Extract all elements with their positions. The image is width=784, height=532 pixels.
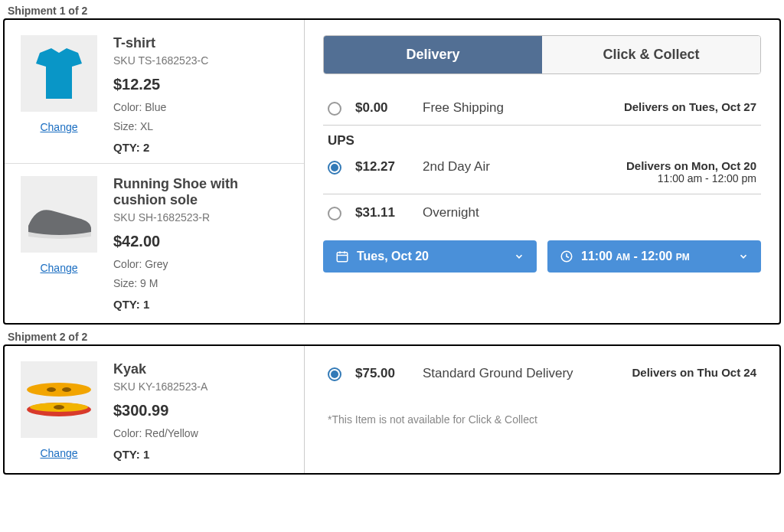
shipment-label: Shipment 1 of 2 (3, 3, 781, 18)
items-column: Change Kyak SKU KY-1682523-A $300.99 Col… (5, 346, 305, 473)
time-select[interactable]: 11:00 AM - 12:00 PM (547, 240, 761, 273)
change-link[interactable]: Change (40, 262, 77, 274)
radio-free-shipping[interactable] (328, 102, 341, 116)
tab-delivery[interactable]: Delivery (324, 36, 542, 73)
ship-price: $75.00 (355, 366, 409, 381)
chevron-down-icon (738, 251, 749, 262)
time-select-value: 11:00 AM - 12:00 PM (581, 250, 690, 263)
ship-name: 2nd Day Air (423, 159, 612, 175)
svg-rect-0 (337, 253, 348, 262)
item-row: Change Running Shoe with cushion sole SK… (5, 164, 304, 320)
item-name: T-shirt (113, 35, 289, 51)
item-size: Size: XL (113, 119, 289, 135)
delivery-tabs: Delivery Click & Collect (323, 35, 761, 74)
ups-header: UPS (323, 126, 761, 149)
svg-point-10 (54, 405, 64, 410)
item-thumbnail-kayak (21, 361, 97, 438)
item-name: Running Shoe with cushion sole (113, 176, 289, 208)
items-column: Change T-shirt SKU TS-1682523-C $12.25 C… (5, 20, 305, 323)
radio-2nd-day-air[interactable] (328, 161, 341, 175)
date-select[interactable]: Tues, Oct 20 (323, 240, 537, 273)
footnote: *This Item is not available for Click & … (323, 390, 761, 426)
ship-price: $31.11 (355, 205, 409, 220)
shipment-box-2: Change Kyak SKU KY-1682523-A $300.99 Col… (3, 344, 781, 475)
svg-point-6 (47, 387, 56, 392)
item-name: Kyak (113, 361, 289, 377)
item-color: Color: Red/Yellow (113, 426, 289, 442)
change-link[interactable]: Change (40, 447, 77, 459)
ship-date: Delivers on Thu Oct 24 (632, 366, 756, 379)
date-select-value: Tues, Oct 20 (357, 250, 429, 263)
tab-click-collect[interactable]: Click & Collect (542, 36, 760, 73)
item-sku: SKU KY-1682523-A (113, 380, 289, 393)
ship-price: $12.27 (355, 159, 409, 175)
ship-option-ground[interactable]: $75.00 Standard Ground Delivery Delivers… (323, 361, 761, 390)
radio-standard-ground[interactable] (328, 367, 341, 381)
item-qty: QTY: 2 (113, 141, 289, 154)
ship-date-line1: Delivers on Mon, Oct 20 (626, 159, 756, 172)
ship-date: Delivers on Tues, Oct 27 (624, 100, 756, 113)
item-row: Change Kyak SKU KY-1682523-A $300.99 Col… (5, 349, 304, 470)
ship-name: Standard Ground Delivery (423, 366, 618, 381)
shipment-box-1: Change T-shirt SKU TS-1682523-C $12.25 C… (3, 18, 781, 325)
calendar-icon (335, 250, 349, 263)
ship-option-overnight[interactable]: $31.11 Overnight (323, 194, 761, 230)
item-qty: QTY: 1 (113, 298, 289, 311)
ship-date-line2: 11:00 am - 12:00 pm (626, 172, 756, 184)
item-price: $12.25 (113, 76, 289, 93)
ship-name: Free Shipping (423, 100, 610, 116)
svg-point-7 (62, 387, 71, 392)
ship-price: $0.00 (355, 100, 409, 116)
clock-icon (560, 250, 573, 263)
ship-date: Delivers on Mon, Oct 20 11:00 am - 12:00… (626, 159, 756, 184)
chevron-down-icon (514, 251, 524, 262)
delivery-column: $75.00 Standard Ground Delivery Delivers… (305, 346, 779, 473)
item-thumbnail-shoe (21, 176, 97, 253)
item-price: $42.00 (113, 233, 289, 250)
item-size: Size: 9 M (113, 276, 289, 292)
item-row: Change T-shirt SKU TS-1682523-C $12.25 C… (5, 23, 304, 164)
svg-point-5 (27, 383, 91, 397)
item-thumbnail-tshirt (21, 35, 97, 112)
radio-overnight[interactable] (328, 207, 341, 220)
ship-option-free[interactable]: $0.00 Free Shipping Delivers on Tues, Oc… (323, 90, 761, 126)
item-sku: SKU TS-1682523-C (113, 54, 289, 67)
item-sku: SKU SH-1682523-R (113, 211, 289, 224)
item-color: Color: Blue (113, 100, 289, 116)
item-color: Color: Grey (113, 256, 289, 273)
shipment-label: Shipment 2 of 2 (3, 329, 781, 344)
item-qty: QTY: 1 (113, 448, 289, 461)
delivery-column: Delivery Click & Collect $0.00 Free Ship… (305, 20, 779, 323)
item-price: $300.99 (113, 402, 289, 419)
change-link[interactable]: Change (40, 121, 77, 133)
ship-name: Overnight (423, 205, 756, 220)
ship-option-2day[interactable]: $12.27 2nd Day Air Delivers on Mon, Oct … (323, 149, 761, 194)
